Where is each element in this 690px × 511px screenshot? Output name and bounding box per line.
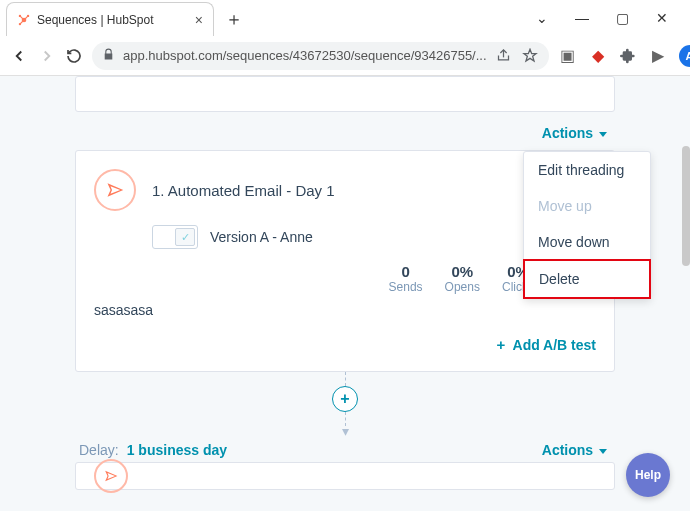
actions-dropdown-menu: Edit threading Move up Move down Delete: [523, 151, 651, 299]
ext-box-icon[interactable]: ▣: [559, 47, 577, 65]
maximize-icon[interactable]: ▢: [614, 10, 630, 26]
browser-title-bar: Sequences | HubSpot × ＋ ⌄ — ▢ ✕: [0, 0, 690, 36]
menu-item-edit-threading[interactable]: Edit threading: [524, 152, 650, 188]
step-title: 1. Automated Email - Day 1: [152, 182, 335, 199]
stats-row: 0 Sends 0% Opens 0% Clicks 0% Replies: [94, 263, 596, 294]
version-label: Version A - Anne: [210, 229, 313, 245]
actions-dropdown-trigger-2[interactable]: Actions: [542, 442, 607, 458]
caret-down-icon: [599, 132, 607, 137]
tab-title: Sequences | HubSpot: [37, 13, 189, 27]
lock-icon: [102, 48, 115, 64]
menu-item-move-up: Move up: [524, 188, 650, 224]
menu-item-delete[interactable]: Delete: [523, 259, 651, 299]
new-tab-button[interactable]: ＋: [220, 5, 248, 33]
next-step-card-top: [75, 462, 615, 490]
window-controls: ⌄ — ▢ ✕: [514, 10, 690, 36]
plus-icon: +: [496, 336, 505, 353]
profile-avatar[interactable]: A: [679, 45, 690, 67]
delay-label: Delay:: [79, 442, 119, 458]
browser-toolbar: app.hubspot.com/sequences/43672530/seque…: [0, 36, 690, 76]
stat-opens: 0% Opens: [445, 263, 480, 294]
media-icon[interactable]: ▶: [649, 47, 667, 65]
extension-icons: ▣ ◆ ▶ A ⋮: [559, 45, 690, 67]
extensions-icon[interactable]: [619, 47, 637, 65]
caret-down-icon: [599, 449, 607, 454]
paper-plane-icon: [94, 459, 128, 493]
url-text: app.hubspot.com/sequences/43672530/seque…: [123, 48, 487, 63]
actions-dropdown-trigger[interactable]: Actions: [542, 125, 607, 141]
step-connector: + ▾: [75, 372, 615, 438]
add-step-button[interactable]: +: [332, 386, 358, 412]
help-button[interactable]: Help: [626, 453, 670, 497]
page-content: Actions Edit threading Move up Move down…: [0, 76, 690, 511]
chevron-down-icon[interactable]: ⌄: [534, 10, 550, 26]
minimize-icon[interactable]: —: [574, 10, 590, 26]
add-ab-test-button[interactable]: + Add A/B test: [94, 336, 596, 353]
delay-row: Delay: 1 business day Actions: [75, 438, 615, 462]
ext-pin-icon[interactable]: ◆: [589, 47, 607, 65]
close-window-icon[interactable]: ✕: [654, 10, 670, 26]
paper-plane-icon: [94, 169, 136, 211]
reload-button[interactable]: [66, 45, 82, 67]
actions-label: Actions: [542, 125, 593, 141]
forward-button[interactable]: [38, 45, 56, 67]
arrow-down-icon: ▾: [342, 424, 349, 438]
prev-step-card-bottom: [75, 76, 615, 112]
stat-sends: 0 Sends: [389, 263, 423, 294]
email-preview-text: sasasasa: [94, 302, 596, 318]
menu-item-move-down[interactable]: Move down: [524, 224, 650, 260]
version-toggle[interactable]: ✓: [152, 225, 198, 249]
browser-tab[interactable]: Sequences | HubSpot ×: [6, 2, 214, 36]
share-icon[interactable]: [495, 47, 513, 65]
delay-value[interactable]: 1 business day: [127, 442, 227, 458]
scrollbar-thumb[interactable]: [682, 146, 690, 266]
check-icon: ✓: [175, 228, 195, 246]
star-icon[interactable]: [521, 47, 539, 65]
back-button[interactable]: [10, 45, 28, 67]
address-bar[interactable]: app.hubspot.com/sequences/43672530/seque…: [92, 42, 549, 70]
hubspot-favicon-icon: [17, 13, 31, 27]
sequence-step-card: Edit threading Move up Move down Delete …: [75, 150, 615, 372]
tab-close-icon[interactable]: ×: [195, 13, 203, 27]
